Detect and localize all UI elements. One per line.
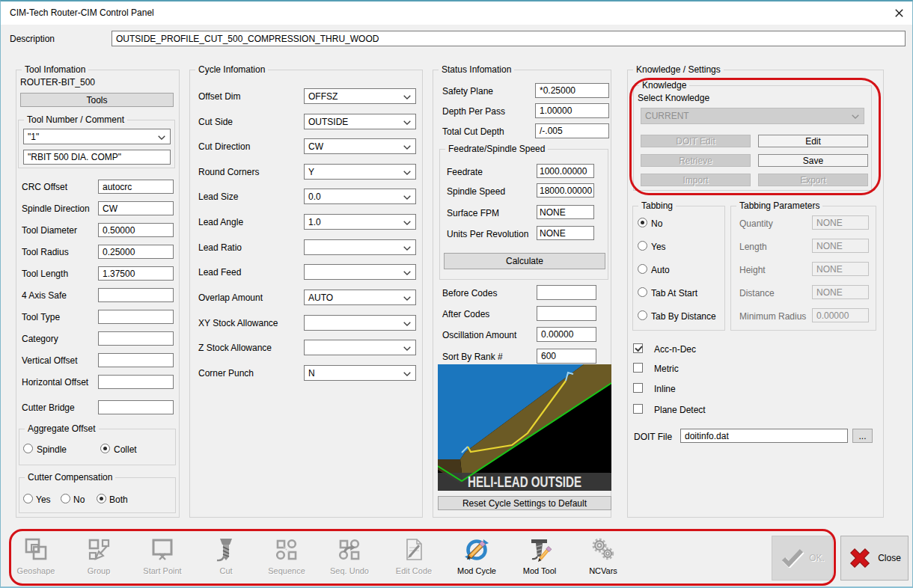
lead-angle-combo[interactable]: 1.0	[304, 214, 416, 230]
metric-checkbox[interactable]	[633, 363, 643, 373]
round-corners-combo[interactable]: Y	[304, 164, 416, 180]
overlap-amount-combo[interactable]: AUTO	[304, 290, 416, 305]
tool-comment-field[interactable]: "RBIT 500 DIA. COMP"	[23, 150, 171, 165]
crc-offset-field[interactable]: autocrc	[98, 180, 174, 194]
sort-by-rank-field[interactable]: 600	[537, 349, 596, 364]
tabbing-tab-by-distance-radio[interactable]	[638, 310, 647, 320]
corner-punch-combo[interactable]: N	[304, 365, 416, 381]
four-axis-safe-field[interactable]	[98, 288, 174, 302]
cut-direction-combo[interactable]: CW	[304, 138, 416, 154]
toolbar-item-group[interactable]: Group	[70, 537, 127, 575]
tool-diameter-field[interactable]: 0.50000	[98, 223, 174, 237]
lead-size-combo[interactable]: 0.0	[304, 189, 416, 204]
tool-radius-field[interactable]: 0.25000	[98, 245, 174, 259]
lead-ratio-combo[interactable]	[304, 239, 416, 255]
doit-edit-button[interactable]: DOIT Edit	[641, 135, 751, 147]
toolbar-item-ncvars[interactable]: NCVars	[575, 537, 632, 575]
doit-file-browse-button[interactable]: ...	[852, 429, 873, 443]
quantity-field[interactable]: NONE	[812, 215, 869, 230]
select-knowledge-combo[interactable]: CURRENT	[641, 108, 864, 124]
edit-code-icon	[401, 537, 427, 563]
toolbar-item-mod-tool[interactable]: Mod Tool	[511, 537, 568, 575]
tool-number-combo[interactable]: "1"	[23, 129, 171, 144]
toolbar-item-start-point[interactable]: Start Point	[134, 537, 191, 575]
acc-n-dec-checkbox[interactable]	[633, 343, 643, 353]
quantity-label: Quantity	[739, 218, 773, 229]
tool-number-value: "1"	[28, 132, 39, 142]
plane-detect-checkbox[interactable]	[633, 404, 643, 414]
distance-label: Distance	[739, 288, 775, 298]
chevron-down-icon	[158, 135, 165, 140]
save-button[interactable]: Save	[758, 154, 868, 167]
retrieve-button[interactable]: Retrieve	[641, 154, 751, 167]
minimum-radius-field[interactable]: 0.00000	[812, 308, 869, 322]
overlap-amount-value: AUTO	[308, 293, 333, 303]
reset-cycle-button[interactable]: Reset Cycle Settings to Default	[438, 496, 611, 510]
total-cut-depth-label: Total Cut Depth	[442, 126, 504, 137]
category-field[interactable]	[98, 331, 174, 346]
units-per-revolution-field[interactable]: NONE	[537, 226, 594, 240]
lead-angle-value: 1.0	[308, 217, 321, 227]
knowledge-settings-group-label: Knowledge / Settings	[633, 64, 724, 75]
surface-fpm-field[interactable]: NONE	[537, 205, 594, 219]
z-stock-allowance-combo[interactable]	[304, 340, 416, 355]
metric-label: Metric	[654, 364, 679, 374]
edit-button[interactable]: Edit	[758, 135, 868, 147]
offset-dim-combo[interactable]: OFFSZ	[304, 88, 416, 104]
lead-feed-combo[interactable]	[304, 264, 416, 280]
description-field[interactable]: OUTSIDE_PROFILE_CUT_500_COMPRESSION_THRU…	[112, 31, 906, 46]
sort-by-rank-label: Sort By Rank #	[442, 352, 503, 362]
export-button[interactable]: Export	[758, 174, 868, 186]
round-corners-value: Y	[308, 167, 314, 177]
chevron-down-icon	[852, 114, 859, 119]
length-field[interactable]: NONE	[812, 239, 869, 253]
close-button[interactable]: Close	[840, 536, 909, 581]
toolbar-item-sequence[interactable]: Sequence	[258, 537, 315, 575]
after-codes-field[interactable]	[537, 306, 596, 321]
ok-button[interactable]: OK.	[772, 536, 833, 581]
toolbar-item-mod-cycle[interactable]: Mod Cycle	[448, 537, 505, 575]
calculate-button[interactable]: Calculate	[444, 253, 605, 269]
xy-stock-allowance-combo[interactable]	[304, 315, 416, 331]
depth-per-pass-field[interactable]: 1.00000	[535, 103, 609, 118]
tool-name-text: ROUTER-BIT_500	[20, 77, 95, 88]
toolbar-item-label: Sequence	[258, 566, 315, 575]
before-codes-label: Before Codes	[442, 288, 497, 298]
tabbing-yes-radio[interactable]	[638, 241, 647, 251]
tabbing-tab-at-start-label: Tab At Start	[651, 288, 697, 298]
horizontal-offset-field[interactable]	[98, 375, 174, 389]
spindle-direction-field[interactable]: CW	[98, 201, 174, 215]
doit-file-field[interactable]: doitinfo.dat	[680, 429, 848, 443]
tool-length-field[interactable]: 1.37500	[98, 266, 174, 281]
toolbar-item-cut[interactable]: Cut	[198, 537, 254, 575]
cut-side-combo[interactable]: OUTSIDE	[304, 114, 416, 129]
tabbing-no-radio[interactable]	[638, 218, 647, 227]
cutter-bridge-field[interactable]	[98, 400, 174, 414]
vertical-offset-field[interactable]	[98, 353, 174, 367]
window-close-button[interactable]	[889, 1, 909, 25]
cutter-comp-no-radio[interactable]	[61, 494, 70, 503]
cutter-comp-yes-radio[interactable]	[23, 494, 33, 503]
total-cut-depth-field[interactable]: /-.005	[535, 123, 609, 138]
lead-feed-label: Lead Feed	[198, 267, 241, 278]
aggregate-collet-radio[interactable]	[100, 444, 110, 453]
toolbar-item-edit-code[interactable]: Edit Code	[385, 537, 442, 575]
toolbar-item-geoshape[interactable]: Geoshape	[7, 537, 64, 575]
height-field[interactable]: NONE	[812, 262, 869, 276]
safety-plane-field[interactable]: *0.25000	[535, 83, 609, 98]
toolbar-item-seq-undo[interactable]: Seq. Undo	[321, 537, 378, 575]
tool-type-field[interactable]	[98, 310, 174, 324]
aggregate-spindle-radio[interactable]	[23, 444, 33, 453]
tabbing-tab-at-start-radio[interactable]	[638, 287, 647, 297]
oscillation-amount-field[interactable]: 0.00000	[537, 327, 596, 342]
tabbing-auto-radio[interactable]	[638, 264, 647, 274]
cutter-comp-both-radio[interactable]	[97, 494, 106, 503]
distance-field[interactable]: NONE	[812, 285, 869, 299]
import-button[interactable]: Import	[641, 174, 751, 186]
inline-checkbox[interactable]	[633, 383, 643, 393]
tools-button[interactable]: Tools	[20, 93, 174, 107]
spindle-speed-field[interactable]: 18000.00000	[537, 183, 594, 197]
before-codes-field[interactable]	[537, 285, 596, 300]
chevron-down-icon	[403, 346, 411, 351]
feedrate-field[interactable]: 1000.00000	[537, 164, 594, 178]
